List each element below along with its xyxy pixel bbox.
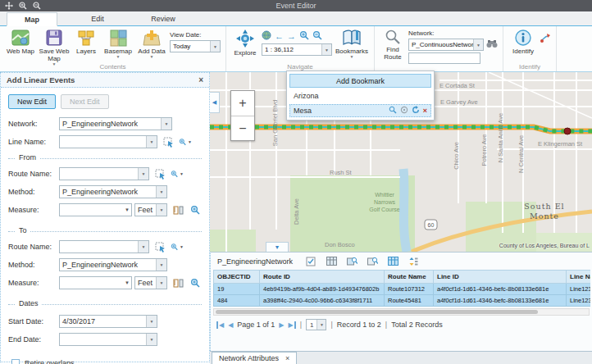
first-page-button[interactable]: ◀ [216,321,224,329]
zoom-in-tool-icon[interactable] [18,2,27,11]
zoom-select-dropdown-icon[interactable]: ▼ [171,168,184,180]
selection-options-icon[interactable] [305,256,316,266]
select-route-on-map-icon[interactable] [153,168,166,180]
chevron-down-icon[interactable]: ▼ [125,207,131,212]
bookmark-refresh-icon[interactable] [412,106,420,116]
end-date-input[interactable]: ▼ [59,333,157,346]
find-route-input[interactable] [408,52,480,64]
next-page-button[interactable]: ▶ [279,321,284,329]
bookmark-item-mesa[interactable]: Mesa × [289,104,431,117]
col-route-name[interactable]: Route Name [385,271,434,284]
to-method-select[interactable]: P_EngineeringNetwork ▼ [59,258,167,271]
explore-button[interactable]: Explore [231,29,259,57]
select-route-on-map-icon[interactable] [153,241,166,253]
zoom-select-dropdown-icon[interactable]: ▼ [171,241,184,253]
zoom-out-icon[interactable] [312,29,322,43]
tab-review[interactable]: Review [138,11,189,25]
zoom-to-measure-icon[interactable] [189,204,202,216]
close-icon[interactable]: × [198,75,203,84]
bookmarks-button[interactable]: Bookmarks ▼ [335,29,369,59]
previous-extent-icon[interactable]: ← [275,32,284,41]
from-route-name-select[interactable]: ▼ [59,167,149,180]
collapse-table-button[interactable]: ▼ [266,242,289,252]
from-method-select[interactable]: P_EngineeringNetwork ▼ [59,185,167,198]
chevron-down-icon[interactable]: ▼ [210,41,220,52]
chevron-down-icon[interactable]: ▼ [156,277,166,289]
to-route-name-select[interactable]: ▼ [59,240,149,253]
add-bookmark-button[interactable]: Add Bookmark [289,74,431,88]
previous-page-button[interactable]: ◀ [228,321,233,329]
from-unit-select[interactable]: Feet ▼ [134,203,167,216]
checkbox[interactable] [11,359,20,364]
close-icon[interactable]: × [285,354,289,362]
pan-to-selection-icon[interactable] [367,256,378,266]
full-extent-icon[interactable] [262,29,271,43]
bookmark-zoom-icon[interactable] [389,106,397,116]
next-edit-button[interactable]: Next Edit [61,94,109,109]
chevron-down-icon[interactable]: ▼ [146,316,157,327]
table-row[interactable]: 484 a398ff4c-2940-4c00-96b6-c6343f8f1711… [214,295,591,307]
identify-button[interactable]: Identify [508,29,538,55]
measure-ruler-icon[interactable] [171,204,184,216]
horizontal-scrollbar[interactable] [213,308,590,316]
col-route-id[interactable]: Route ID [260,271,385,284]
chevron-down-icon[interactable]: ▼ [138,168,148,180]
col-line-id[interactable]: Line ID [434,271,567,284]
find-route-button[interactable]: Find Route [380,29,406,61]
retire-overlaps-option[interactable]: Retire overlaps [11,359,202,364]
web-map-button[interactable]: Web Map [5,29,36,55]
network-select[interactable]: P_ContinuousNetwork ▼ [408,39,484,51]
map-zoom-in-button[interactable]: + [231,91,254,116]
zoom-select-dropdown-icon[interactable]: ▼ [179,136,192,148]
tab-map[interactable]: Map [7,12,57,26]
add-data-button[interactable]: Add Data ▼ [136,29,167,59]
measure-ruler-icon[interactable] [171,277,184,289]
chevron-down-icon[interactable]: ▼ [146,136,157,148]
chevron-down-icon[interactable]: ▼ [316,320,326,330]
chevron-down-icon[interactable]: ▼ [146,334,157,345]
bookmark-delete-icon[interactable]: × [423,107,427,115]
line-name-select[interactable]: ▼ [59,135,157,148]
collapse-panel-left-button[interactable]: ◀ [210,92,220,113]
new-edit-button[interactable]: New Edit [8,94,56,109]
col-line-name[interactable]: Line Name [567,271,591,284]
start-date-input[interactable]: 4/30/2017 ▼ [59,315,157,328]
col-objectid[interactable]: OBJECTID [214,271,260,284]
layers-button[interactable]: Layers [72,29,100,55]
last-page-button[interactable]: ▶ [289,321,296,329]
scale-select[interactable]: 1 : 36,112 ▼ [262,43,332,56]
chevron-down-icon[interactable]: ▼ [321,44,331,55]
chevron-down-icon[interactable]: ▼ [161,118,171,130]
show-table-icon[interactable] [326,256,337,266]
map-zoom-out-button[interactable]: − [231,116,254,140]
chevron-down-icon[interactable]: ▼ [473,39,483,50]
tab-network-attributes[interactable]: Network Attributes × [212,352,297,364]
binoculars-icon[interactable] [486,39,498,50]
bookmark-pan-icon[interactable] [400,106,408,116]
identify-route-icon[interactable] [540,32,551,47]
next-extent-icon[interactable]: → [287,32,296,41]
save-web-map-button[interactable]: Save Web Map ▼ [39,29,70,66]
chevron-down-icon[interactable]: ▼ [138,241,148,253]
zoom-to-measure-icon[interactable] [189,277,202,289]
to-measure-input[interactable]: ▼ [59,276,132,289]
chevron-down-icon[interactable]: ▼ [156,259,166,271]
network-field-select[interactable]: P_EngineeringNetwork ▼ [59,117,172,130]
page-size-select[interactable]: 1 ▼ [306,319,326,330]
highlight-selection-icon[interactable] [387,256,398,266]
sort-icon[interactable] [408,256,419,266]
chevron-down-icon[interactable]: ▼ [156,204,166,216]
to-unit-select[interactable]: Feet ▼ [134,276,167,289]
zoom-in-icon[interactable] [299,29,309,43]
zoom-out-tool-icon[interactable] [32,2,41,11]
chevron-down-icon[interactable]: ▼ [156,186,166,198]
from-measure-input[interactable]: ▼ [59,203,132,216]
basemap-button[interactable]: Basemap ▼ [102,29,134,59]
zoom-to-selection-icon[interactable] [346,256,357,266]
bookmark-item-arizona[interactable]: Arizona [289,89,431,102]
tab-edit[interactable]: Edit [72,11,123,25]
view-date-select[interactable]: Today ▼ [170,40,221,52]
table-row[interactable]: 19 4eb9419b-af9b-4d04-ab89-1d493476802b … [214,284,591,295]
chevron-down-icon[interactable]: ▼ [125,280,131,285]
select-line-on-map-icon[interactable] [162,136,175,148]
